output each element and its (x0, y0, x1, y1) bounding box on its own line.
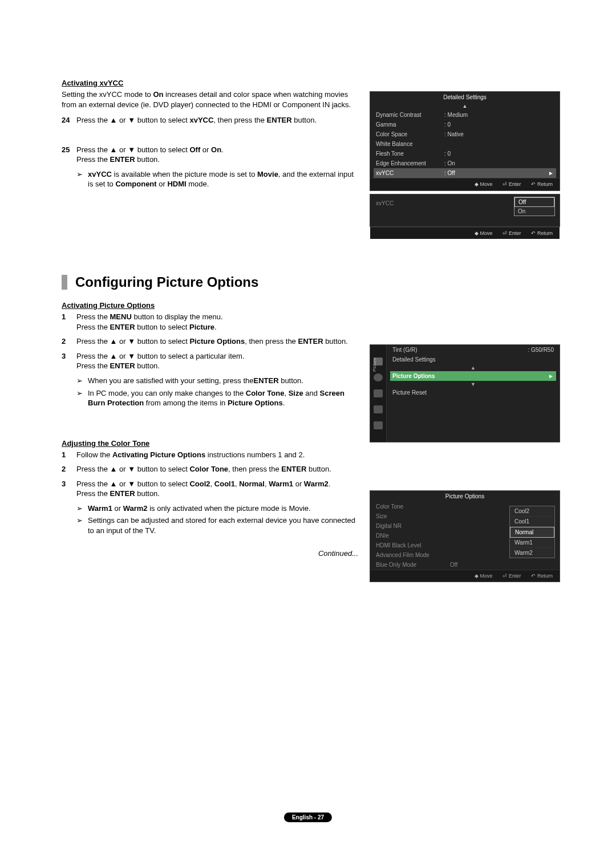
note-arrow-icon: ➢ (76, 169, 88, 189)
osd-row-value: : G50/R50 (528, 347, 554, 353)
po-note-2: ➢ In PC mode, you can only make changes … (76, 388, 358, 408)
sidebar-label: Picture (372, 358, 377, 372)
heading-activating-xvycc: Activating xvYCC (62, 79, 570, 87)
osd-row[interactable]: Edge Enhancement: On (370, 159, 560, 168)
osd-row[interactable]: Color Space: Native (370, 129, 560, 139)
osd-row[interactable]: Detailed Settings (387, 355, 560, 364)
sound-icon[interactable] (374, 373, 383, 381)
note-arrow-icon: ➢ (76, 515, 88, 535)
footer-move: ◆ Move (475, 573, 493, 579)
step-body: Press the ▲ or ▼ button to select Pictur… (76, 336, 358, 347)
step-line: Press the ▲ or ▼ button to select Off or… (76, 145, 358, 155)
osd-row[interactable]: Picture Reset (387, 388, 560, 397)
note-arrow-icon: ➢ (76, 503, 88, 514)
option-cool2[interactable]: Cool2 (510, 506, 554, 517)
note-text: Settings can be adjusted and stored for … (88, 515, 358, 535)
ct-step-2: 2 Press the ▲ or ▼ button to select Colo… (62, 464, 358, 474)
osd-row-label: Color Tone (376, 503, 450, 510)
osd-row-label: Blue Only Mode (376, 562, 450, 568)
osd-main: Tint (G/R) : G50/R50 Detailed Settings ▲… (387, 345, 560, 442)
osd-xvycc-label: xvYCC (376, 200, 394, 206)
osd-row-value: : Off (444, 170, 455, 176)
osd-row[interactable]: Tint (G/R) : G50/R50 (387, 345, 560, 355)
step-24: 24 Press the ▲ or ▼ button to select xvY… (62, 115, 358, 125)
step-number: 1 (62, 312, 76, 332)
osd-xvycc-options[interactable]: Off On (514, 197, 555, 216)
step-line: Press the ▲ or ▼ button to select Cool2,… (76, 479, 358, 489)
note-text: xvYCC is available when the picture mode… (88, 169, 358, 189)
osd-row-label: Digital NR (376, 523, 450, 529)
footer-move: ◆ Move (475, 181, 493, 187)
osd-row-label: Color Space (376, 131, 444, 137)
osd-row-label: Advanced Film Mode (376, 552, 450, 558)
step-number: 2 (62, 464, 76, 474)
osd-row-label: Tint (G/R) (392, 347, 528, 353)
continued-label: Continued... (62, 549, 358, 558)
input-icon[interactable] (374, 421, 383, 429)
osd-row[interactable]: Gamma: 0 (370, 120, 560, 129)
color-tone-dropdown[interactable]: Cool2Cool1NormalWarm1Warm2 (509, 506, 555, 558)
step-body: Follow the Activating Picture Options in… (76, 450, 358, 460)
step-line: Press the ENTER button. (76, 155, 358, 165)
osd-xvycc-popup: xvYCC Off On ◆ Move ⏎ Enter ↶ Return (370, 194, 560, 227)
osd-picture-menu: Picture Tint (G/R) : G50/R50 Detailed Se… (370, 344, 560, 442)
footer-enter: ⏎ Enter (502, 181, 521, 187)
osd-detailed-settings: Detailed Settings ▲ Dynamic Contrast: Me… (370, 91, 560, 191)
footer-move: ◆ Move (475, 230, 493, 236)
osd-row-label: Picture Reset (392, 389, 554, 396)
po-step-2: 2 Press the ▲ or ▼ button to select Pict… (62, 336, 358, 347)
osd-row-value: : Medium (444, 112, 468, 118)
step-line: Press the ENTER button. (76, 489, 358, 499)
footer-enter: ⏎ Enter (502, 230, 521, 236)
step-line: Press the MENU button to display the men… (76, 312, 358, 322)
option-warm1[interactable]: Warm1 (510, 538, 554, 548)
option-off[interactable]: Off (514, 197, 554, 207)
step-body: Press the ▲ or ▼ button to select Off or… (76, 145, 358, 165)
note-xvycc: ➢ xvYCC is available when the picture mo… (76, 169, 358, 189)
footer-return: ↶ Return (531, 573, 553, 579)
note-arrow-icon: ➢ (76, 388, 88, 408)
setup-icon[interactable] (374, 405, 383, 413)
option-warm2[interactable]: Warm2 (510, 548, 554, 558)
osd-row[interactable]: Dynamic Contrast: Medium (370, 110, 560, 120)
osd-row-label: xvYCC (376, 170, 444, 176)
footer-enter: ⏎ Enter (502, 573, 521, 579)
osd-row-label: HDMI Black Level (376, 542, 450, 549)
note-text: When you are satisfied with your setting… (88, 376, 303, 386)
heading-activating-picture-options: Activating Picture Options (62, 301, 570, 310)
osd-footer: ◆ Move ⏎ Enter ↶ Return (370, 178, 560, 190)
chevron-right-icon: ► (548, 170, 554, 176)
po-note-1: ➢ When you are satisfied with your setti… (76, 376, 358, 386)
osd-title: Detailed Settings (370, 92, 560, 103)
osd-footer: ◆ Move ⏎ Enter ↶ Return (370, 570, 560, 582)
step-number: 25 (62, 145, 76, 165)
osd-row-value: : On (444, 160, 455, 166)
step-number: 1 (62, 450, 76, 460)
step-number: 3 (62, 479, 76, 499)
channel-icon[interactable] (374, 389, 383, 397)
osd-row[interactable]: White Balance (370, 139, 560, 149)
step-body: Press the MENU button to display the men… (76, 312, 358, 332)
osd-row-selected[interactable]: Picture Options ► (390, 371, 556, 381)
note-arrow-icon: ➢ (76, 376, 88, 386)
option-on[interactable]: On (514, 207, 554, 216)
step-line: Press the ENTER button to select Picture… (76, 322, 358, 332)
osd-row-label: Size (376, 513, 450, 519)
step-25: 25 Press the ▲ or ▼ button to select Off… (62, 145, 358, 165)
osd-row-label: White Balance (376, 141, 444, 147)
footer-return: ↶ Return (531, 230, 553, 236)
note-text: In PC mode, you can only make changes to… (88, 388, 358, 408)
ct-step-3: 3 Press the ▲ or ▼ button to select Cool… (62, 479, 358, 499)
option-cool1[interactable]: Cool1 (510, 517, 554, 527)
ct-note-1: ➢ Warm1 or Warm2 is only activated when … (76, 503, 358, 514)
osd-footer: ◆ Move ⏎ Enter ↶ Return (370, 227, 560, 239)
step-body: Press the ▲ or ▼ button to select a part… (76, 351, 358, 371)
osd-row[interactable]: Blue Only ModeOff (370, 560, 560, 570)
osd-row-selected[interactable]: xvYCC : Off ► (374, 168, 556, 178)
osd-row[interactable]: Flesh Tone: 0 (370, 149, 560, 159)
osd-row-label: Flesh Tone (376, 151, 444, 157)
option-normal[interactable]: Normal (510, 527, 554, 538)
footer-return: ↶ Return (531, 181, 553, 187)
osd-row-value: Off (450, 562, 457, 568)
section-title: Configuring Picture Options (62, 275, 570, 290)
